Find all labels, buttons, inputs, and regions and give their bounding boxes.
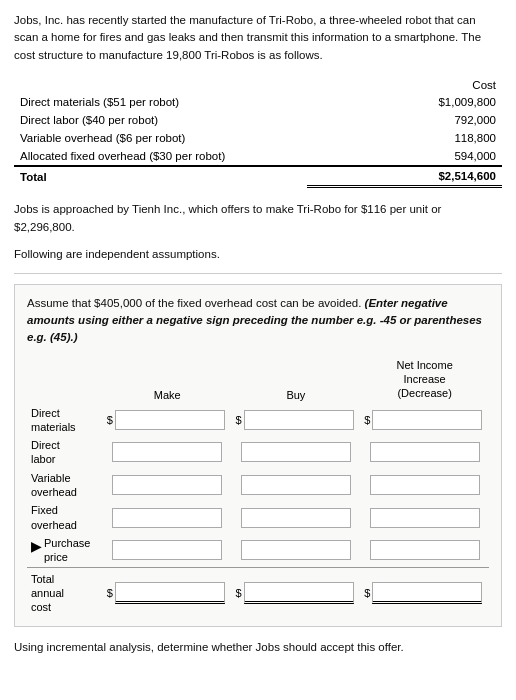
assume-text-part1: Assume that $405,000 of the fixed overhe…	[27, 297, 361, 309]
intro-text: Jobs, Inc. has recently started the manu…	[14, 12, 502, 64]
fixed-overhead-buy-cell	[232, 501, 361, 534]
row-label-purchase-price: ▶ Purchase price	[27, 534, 103, 567]
table-row: ▶ Purchase price	[27, 534, 489, 567]
dollar-sign-ni-dm: $	[364, 414, 370, 426]
total-buy-input[interactable]	[244, 582, 354, 604]
total-ni-cell: $	[360, 567, 489, 616]
section1-text: Jobs is approached by Tienh Inc., which …	[14, 200, 502, 237]
purchase-price-make-input[interactable]	[112, 540, 222, 560]
total-row: Total annual cost $ $	[27, 567, 489, 616]
total-ni-input[interactable]	[372, 582, 482, 604]
assume-text: Assume that $405,000 of the fixed overhe…	[27, 295, 489, 347]
table-row: Direct labor	[27, 436, 489, 469]
fixed-overhead-ni-input[interactable]	[370, 508, 480, 528]
direct-labor-make-cell	[103, 436, 232, 469]
row-label-total: Total annual cost	[27, 567, 103, 616]
table-row: Variable overhead	[27, 469, 489, 502]
direct-materials-ni-input[interactable]	[372, 410, 482, 430]
variable-overhead-make-input[interactable]	[112, 475, 222, 495]
cost-row-label-4: Allocated fixed overhead ($30 per robot)	[14, 147, 307, 166]
purchase-price-ni-input[interactable]	[370, 540, 480, 560]
total-make-cell: $	[103, 567, 232, 616]
direct-labor-buy-cell	[232, 436, 361, 469]
row-label-variable-overhead: Variable overhead	[27, 469, 103, 502]
row-label-direct-labor: Direct labor	[27, 436, 103, 469]
total-make-input[interactable]	[115, 582, 225, 604]
cost-row-value-3: 118,800	[307, 129, 502, 147]
th-make: Make	[103, 355, 232, 404]
row-label-fixed-overhead: Fixed overhead	[27, 501, 103, 534]
purchase-price-make-cell	[103, 534, 232, 567]
dollar-sign-ni-total: $	[364, 587, 370, 599]
section2-text: Following are independent assumptions.	[14, 245, 502, 263]
purchase-price-ni-cell	[360, 534, 489, 567]
dollar-sign-make-total: $	[107, 587, 113, 599]
direct-labor-buy-input[interactable]	[241, 442, 351, 462]
bottom-text: Using incremental analysis, determine wh…	[14, 641, 502, 653]
table-row: Direct materials $ $	[27, 404, 489, 437]
cost-total-value: $2,514,600	[307, 166, 502, 187]
th-empty	[27, 355, 103, 404]
fixed-overhead-ni-cell	[360, 501, 489, 534]
cost-row-label-3: Variable overhead ($6 per robot)	[14, 129, 307, 147]
cursor-icon: ▶	[31, 537, 42, 555]
th-net-income: Net Income Increase (Decrease)	[360, 355, 489, 404]
fixed-overhead-buy-input[interactable]	[241, 508, 351, 528]
direct-materials-buy-cell: $	[232, 404, 361, 437]
fixed-overhead-make-cell	[103, 501, 232, 534]
purchase-price-buy-input[interactable]	[241, 540, 351, 560]
direct-materials-make-input[interactable]	[115, 410, 225, 430]
dollar-sign-buy-total: $	[236, 587, 242, 599]
cost-row-label-1: Direct materials ($51 per robot)	[14, 93, 307, 111]
direct-labor-make-input[interactable]	[112, 442, 222, 462]
cost-row-value-1: $1,009,800	[307, 93, 502, 111]
assume-box: Assume that $405,000 of the fixed overhe…	[14, 284, 502, 628]
dollar-sign-make-dm: $	[107, 414, 113, 426]
direct-materials-buy-input[interactable]	[244, 410, 354, 430]
divider	[14, 273, 502, 274]
dollar-sign-buy-dm: $	[236, 414, 242, 426]
cost-row-value-4: 594,000	[307, 147, 502, 166]
cost-header: Cost	[307, 76, 502, 93]
fixed-overhead-make-input[interactable]	[112, 508, 222, 528]
variable-overhead-buy-input[interactable]	[241, 475, 351, 495]
table-row: Fixed overhead	[27, 501, 489, 534]
cost-row-label-2: Direct labor ($40 per robot)	[14, 111, 307, 129]
total-buy-cell: $	[232, 567, 361, 616]
direct-labor-ni-input[interactable]	[370, 442, 480, 462]
th-buy: Buy	[232, 355, 361, 404]
direct-materials-make-cell: $	[103, 404, 232, 437]
variable-overhead-buy-cell	[232, 469, 361, 502]
variable-overhead-ni-input[interactable]	[370, 475, 480, 495]
cost-label-header	[14, 76, 307, 93]
purchase-price-buy-cell	[232, 534, 361, 567]
cost-table: Cost Direct materials ($51 per robot) $1…	[14, 76, 502, 188]
variable-overhead-make-cell	[103, 469, 232, 502]
cost-total-label: Total	[14, 166, 307, 187]
direct-labor-ni-cell	[360, 436, 489, 469]
analysis-table: Make Buy Net Income Increase (Decrease) …	[27, 355, 489, 617]
row-label-direct-materials: Direct materials	[27, 404, 103, 437]
page: Jobs, Inc. has recently started the manu…	[0, 0, 516, 700]
variable-overhead-ni-cell	[360, 469, 489, 502]
cost-row-value-2: 792,000	[307, 111, 502, 129]
direct-materials-ni-cell: $	[360, 404, 489, 437]
